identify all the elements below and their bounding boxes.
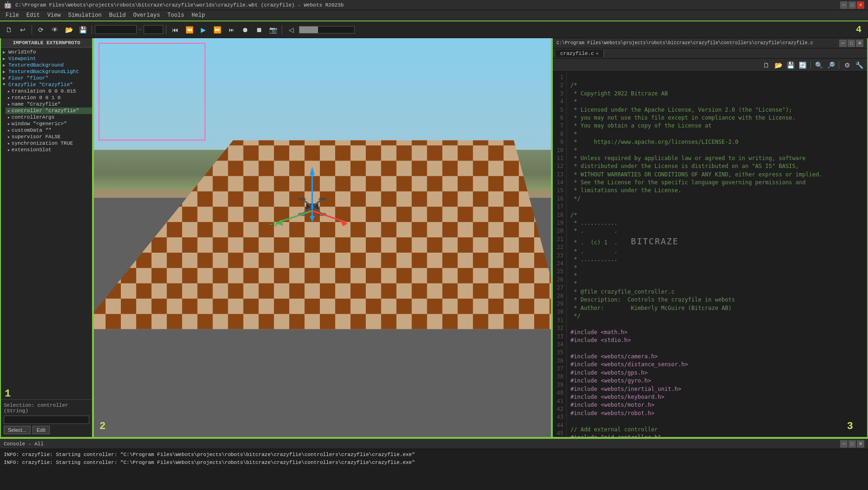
- editor-tools-button[interactable]: 🔧: [854, 60, 864, 70]
- menubar: File Edit View Simulation Build Overlays…: [0, 10, 868, 20]
- editor-zoomin-button[interactable]: 🔍: [814, 60, 824, 70]
- line-num-7: 7: [556, 122, 563, 130]
- svg-rect-4: [306, 204, 318, 210]
- editor-reload-button[interactable]: 🔄: [797, 60, 808, 70]
- menu-file[interactable]: File: [2, 11, 23, 20]
- tree-item-name[interactable]: ● name "Crazyflie": [6, 101, 92, 107]
- toolbar-separator-4: [282, 25, 282, 34]
- menu-overlays[interactable]: Overlays: [129, 11, 164, 20]
- scene-tree: ▶ WorldInfo ▶ Viewpoint ▶ TexturedBackgr…: [1, 48, 92, 399]
- tree-item-sync[interactable]: ● synchronization TRUE: [6, 140, 92, 147]
- editor-tab-crazyflie[interactable]: crazyfile.c ✕: [556, 50, 604, 57]
- main-layout: IMPORTABLE EXTERNPROTO ▶ WorldInfo ▶ Vie…: [0, 38, 868, 438]
- speed-display: 0.00x: [144, 25, 163, 34]
- tree-label: Viewpoint: [8, 56, 36, 61]
- line-num-21: 21: [556, 235, 563, 243]
- line-num-14: 14: [556, 179, 563, 187]
- fast-forward-button[interactable]: ⏩: [211, 24, 223, 36]
- line-num-23: 23: [556, 252, 563, 260]
- line-num-31: 31: [556, 316, 563, 324]
- maximize-button[interactable]: □: [848, 1, 856, 9]
- menu-help[interactable]: Help: [188, 11, 209, 20]
- svg-line-17: [279, 211, 312, 222]
- toolbar-separator-2: [92, 25, 92, 34]
- console-header: Console - All ─ □ ✕: [0, 439, 868, 449]
- console-minimize-button[interactable]: ─: [840, 440, 848, 448]
- line-num-45: 45: [556, 430, 563, 437]
- line-num-11: 11: [556, 154, 563, 162]
- tree-label: supervisor FALSE: [12, 134, 61, 140]
- tree-item-floor[interactable]: ▶ Floor "floor": [1, 75, 92, 81]
- editor-tab-close-button[interactable]: ✕: [596, 51, 599, 56]
- play-pause-button[interactable]: ▶: [197, 24, 209, 36]
- reload-world-button[interactable]: ⟳: [35, 24, 47, 36]
- tree-label: rotation 0 0 1 0: [12, 95, 61, 101]
- tree-dot: ●: [7, 115, 10, 120]
- line-num-13: 13: [556, 171, 563, 179]
- new-world-button[interactable]: 🗋: [3, 24, 15, 36]
- edit-button[interactable]: Edit: [33, 426, 50, 434]
- editor-settings-button[interactable]: ⚙: [842, 60, 852, 70]
- menu-view[interactable]: View: [44, 11, 65, 20]
- viewport-panel[interactable]: -0 2: [93, 38, 552, 438]
- line-num-24: 24: [556, 260, 563, 268]
- progress-bar[interactable]: [299, 26, 355, 34]
- tree-label: controller "crazyflie": [12, 108, 79, 114]
- editor-window-path: C:\Program Files\Webots\projects\robots\…: [557, 40, 813, 46]
- rewind-button[interactable]: ⏮: [169, 24, 181, 36]
- code-content[interactable]: /* * Copyright 2022 Bitcraze AB * * Lice…: [567, 72, 867, 437]
- stop-button[interactable]: ⏹: [253, 24, 265, 36]
- tree-item-texturedbg[interactable]: ▶ TexturedBackground: [1, 62, 92, 68]
- line-num-33: 33: [556, 333, 563, 341]
- tree-item-translation[interactable]: ● translation 0 0 0.015: [6, 88, 92, 94]
- tree-item-supervisor[interactable]: ● supervisor FALSE: [6, 134, 92, 140]
- progress-fill: [299, 27, 318, 33]
- console-close-button[interactable]: ✕: [857, 440, 864, 448]
- tree-dot: ●: [7, 122, 10, 126]
- step-back-button[interactable]: ⏪: [183, 24, 195, 36]
- tree-item-controller[interactable]: ● controller "crazyflie": [6, 107, 92, 114]
- tree-item-worldinfo[interactable]: ▶ WorldInfo: [1, 49, 92, 55]
- minimize-button[interactable]: ─: [840, 1, 848, 9]
- editor-maximize-button[interactable]: □: [848, 40, 855, 47]
- close-button[interactable]: ✕: [857, 1, 864, 9]
- tree-item-texturedbglight[interactable]: ▶ TexturedBackgroundLight: [1, 68, 92, 75]
- step-forward-button[interactable]: ⏭: [225, 24, 237, 36]
- code-editor-area[interactable]: 1 2 3 4 5 6 7 8 9 10 11 12 13 14 15 16 1…: [553, 72, 867, 437]
- editor-new-button[interactable]: 🗋: [761, 60, 771, 70]
- screenshot-button[interactable]: 📷: [267, 24, 279, 36]
- menu-build[interactable]: Build: [105, 11, 129, 20]
- tree-item-viewpoint[interactable]: ▶ Viewpoint: [1, 55, 92, 62]
- editor-minimize-button[interactable]: ─: [839, 40, 847, 47]
- console-maximize-button[interactable]: □: [848, 440, 856, 448]
- tree-label: window "<generic>": [12, 121, 67, 127]
- tree-item-crazyflie[interactable]: ▼ Crazyflie "Crazyflie": [1, 81, 92, 88]
- select-button[interactable]: Select...: [4, 426, 31, 434]
- open-world-button[interactable]: ↩: [17, 24, 29, 36]
- tree-item-window[interactable]: ● window "<generic>": [6, 121, 92, 127]
- menu-simulation[interactable]: Simulation: [64, 11, 105, 20]
- svg-point-10: [318, 213, 327, 216]
- controller-input[interactable]: crazyflie: [4, 416, 89, 424]
- line-num-38: 38: [556, 373, 563, 381]
- open-file-button[interactable]: 📂: [63, 24, 75, 36]
- editor-open-button[interactable]: 📂: [773, 60, 783, 70]
- editor-zoomout-button[interactable]: 🔎: [826, 60, 836, 70]
- sound-button[interactable]: ◁: [285, 24, 297, 36]
- editor-save-button[interactable]: 💾: [785, 60, 795, 70]
- record-button[interactable]: ⏺: [239, 24, 251, 36]
- tree-item-rotation[interactable]: ● rotation 0 0 1 0: [6, 94, 92, 101]
- tree-item-controllerargs[interactable]: ● controllerArgs: [6, 114, 92, 121]
- titlebar: 🤖 C:\Program Files\Webots\projects\robot…: [0, 0, 868, 10]
- view-toggle-button[interactable]: 👁: [49, 24, 61, 36]
- tree-item-extensionslot[interactable]: ● extensionSlot: [6, 147, 92, 153]
- editor-close-button[interactable]: ✕: [856, 40, 863, 47]
- tree-item-customdata[interactable]: ● customData "": [6, 127, 92, 134]
- app-icon: 🤖: [4, 1, 12, 9]
- toolbar-separator-3: [166, 25, 166, 34]
- viewport-3d: -0 2: [94, 38, 551, 437]
- menu-edit[interactable]: Edit: [23, 11, 44, 20]
- save-world-button[interactable]: 💾: [77, 24, 89, 36]
- menu-tools[interactable]: Tools: [164, 11, 188, 20]
- console-line-2: INFO: crazyflie: Starting controller: "C…: [4, 459, 864, 467]
